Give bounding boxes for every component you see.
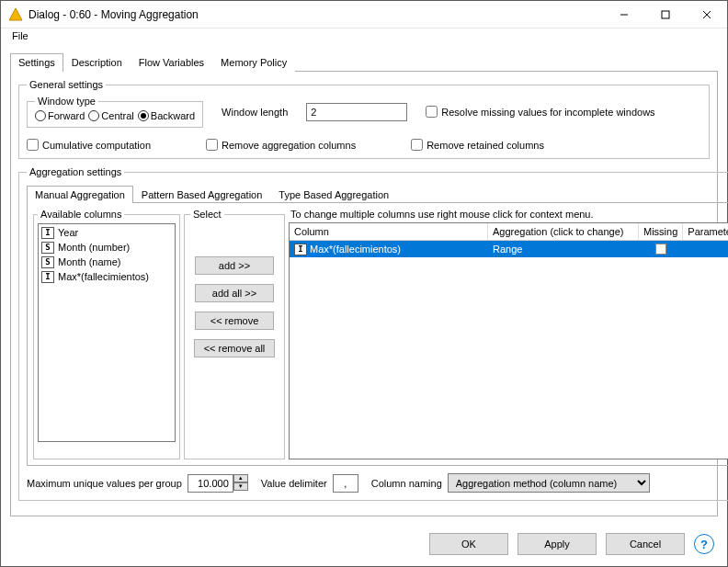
- help-icon[interactable]: ?: [694, 534, 714, 554]
- column-name: Year: [58, 227, 78, 238]
- cell-column: IMax*(fallecimientos): [290, 243, 488, 256]
- window-title: Dialog - 0:60 - Moving Aggregation: [28, 8, 603, 21]
- radio-forward[interactable]: Forward: [35, 110, 85, 121]
- minimize-button[interactable]: [603, 1, 644, 28]
- th-column[interactable]: Column: [290, 223, 488, 240]
- column-naming-label: Column naming: [371, 478, 442, 489]
- aggregation-settings-group: Aggregation settings Manual Aggregation …: [18, 166, 728, 501]
- max-unique-input[interactable]: [188, 474, 233, 493]
- dialog-footer: OK Apply Cancel ?: [1, 524, 727, 566]
- aggregation-body: Available columns IYearSMonth (number)SM…: [27, 202, 728, 466]
- spin-down-icon[interactable]: ▼: [233, 482, 248, 491]
- th-parameter[interactable]: Parameter: [683, 223, 728, 240]
- remove-agg-checkbox[interactable]: Remove aggregation columns: [206, 139, 356, 151]
- tab-flow-variables[interactable]: Flow Variables: [131, 53, 212, 72]
- svg-marker-0: [9, 8, 22, 20]
- tab-pattern-agg[interactable]: Pattern Based Aggregation: [133, 186, 270, 203]
- maximize-button[interactable]: [644, 1, 686, 28]
- list-item[interactable]: SMonth (name): [40, 255, 174, 269]
- content-area: Settings Description Flow Variables Memo…: [1, 47, 727, 524]
- column-naming-select[interactable]: Aggregation method (column name): [448, 473, 650, 493]
- selected-columns-pane: To change multiple columns use right mou…: [289, 209, 728, 459]
- missing-checkbox[interactable]: [655, 244, 666, 255]
- select-buttons-group: Select add >> add all >> << remove << re…: [184, 209, 285, 459]
- type-icon: S: [41, 256, 54, 268]
- column-name: Month (number): [58, 242, 130, 253]
- window-buttons: [603, 1, 727, 28]
- tab-settings[interactable]: Settings: [10, 53, 63, 72]
- type-icon: I: [294, 244, 307, 255]
- list-item[interactable]: IMax*(fallecimientos): [40, 269, 174, 284]
- list-item[interactable]: SMonth (number): [40, 240, 174, 255]
- add-button[interactable]: add >>: [195, 256, 274, 275]
- available-legend: Available columns: [38, 209, 124, 220]
- menu-bar: File: [1, 28, 727, 47]
- available-columns-group: Available columns IYearSMonth (number)SM…: [33, 209, 180, 459]
- list-item[interactable]: IYear: [40, 225, 174, 240]
- apply-button[interactable]: Apply: [518, 533, 597, 555]
- type-icon: I: [41, 227, 54, 239]
- general-legend: General settings: [27, 79, 106, 90]
- tab-manual-agg[interactable]: Manual Aggregation: [27, 186, 133, 203]
- table-header: Column Aggregation (click to change) Mis…: [290, 223, 728, 241]
- app-icon: [8, 7, 23, 22]
- resolve-missing-checkbox[interactable]: Resolve missing values for incomplete wi…: [426, 106, 654, 118]
- aggregation-table[interactable]: Column Aggregation (click to change) Mis…: [289, 222, 728, 459]
- select-legend: Select: [190, 209, 224, 220]
- table-row[interactable]: IMax*(fallecimientos)Range: [290, 241, 728, 257]
- title-bar: Dialog - 0:60 - Moving Aggregation: [1, 1, 727, 28]
- cell-missing[interactable]: [639, 243, 683, 255]
- window-type-group: Window type Forward Central Backward: [27, 96, 203, 128]
- tab-memory-policy[interactable]: Memory Policy: [212, 53, 295, 72]
- cumulative-checkbox[interactable]: Cumulative computation: [27, 139, 151, 151]
- value-delim-label: Value delimiter: [261, 478, 327, 489]
- remove-retained-checkbox[interactable]: Remove retained columns: [411, 139, 544, 151]
- aggregation-legend: Aggregation settings: [27, 166, 124, 177]
- dialog-window: Dialog - 0:60 - Moving Aggregation File …: [0, 0, 728, 567]
- spin-up-icon[interactable]: ▲: [233, 474, 248, 482]
- general-settings-group: General settings Window type Forward Cen…: [18, 79, 710, 159]
- aggregation-options-row: Maximum unique values per group ▲ ▼ Valu…: [27, 466, 728, 493]
- value-delim-input[interactable]: [333, 474, 358, 493]
- cell-aggregation[interactable]: Range: [488, 243, 639, 255]
- type-icon: S: [41, 242, 54, 254]
- max-unique-label: Maximum unique values per group: [27, 478, 182, 489]
- svg-rect-2: [662, 11, 669, 18]
- ok-button[interactable]: OK: [429, 533, 508, 555]
- column-name: Max*(fallecimientos): [58, 271, 149, 282]
- settings-panel: General settings Window type Forward Cen…: [10, 71, 718, 516]
- available-columns-list[interactable]: IYearSMonth (number)SMonth (name)IMax*(f…: [38, 223, 176, 442]
- add-all-button[interactable]: add all >>: [195, 284, 274, 302]
- remove-all-button[interactable]: << remove all: [194, 339, 276, 357]
- window-length-input[interactable]: [306, 103, 407, 121]
- main-tabs: Settings Description Flow Variables Memo…: [10, 52, 718, 71]
- window-type-legend: Window type: [35, 96, 98, 107]
- tab-description[interactable]: Description: [63, 53, 131, 72]
- type-icon: I: [41, 271, 54, 283]
- context-hint: To change multiple columns use right mou…: [289, 209, 728, 222]
- aggregation-tabs: Manual Aggregation Pattern Based Aggrega…: [27, 185, 728, 202]
- spinner-buttons: ▲ ▼: [233, 474, 248, 493]
- radio-central[interactable]: Central: [88, 110, 133, 121]
- tab-type-agg[interactable]: Type Based Aggregation: [270, 186, 397, 203]
- th-missing[interactable]: Missing: [639, 223, 683, 240]
- window-length-label: Window length: [222, 107, 288, 118]
- cell-parameter: [683, 248, 728, 250]
- menu-file[interactable]: File: [6, 28, 34, 43]
- max-unique-spinner[interactable]: ▲ ▼: [188, 474, 248, 493]
- table-body: IMax*(fallecimientos)Range: [290, 241, 728, 257]
- column-name: Month (name): [58, 256, 120, 267]
- remove-button[interactable]: << remove: [195, 312, 274, 330]
- radio-backward[interactable]: Backward: [138, 110, 195, 121]
- close-button[interactable]: [686, 1, 727, 28]
- cancel-button[interactable]: Cancel: [606, 533, 685, 555]
- th-aggregation[interactable]: Aggregation (click to change): [488, 223, 639, 240]
